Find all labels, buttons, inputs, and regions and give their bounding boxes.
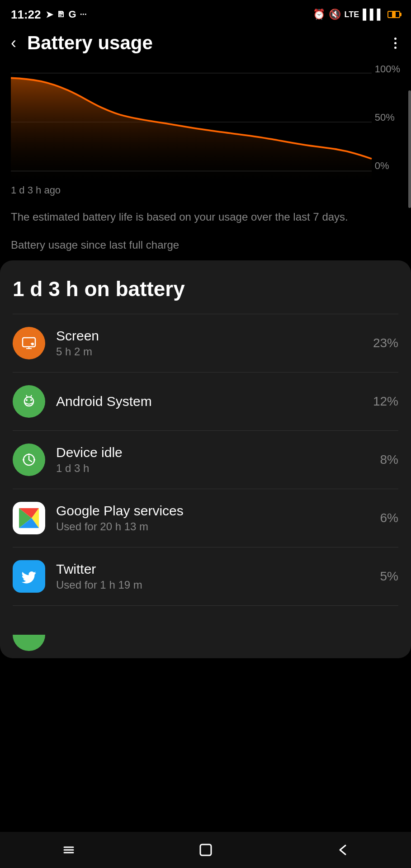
recent-apps-button[interactable] (51, 832, 87, 868)
more-status-icon: ··· (80, 10, 87, 19)
chart-100-label: 100% (375, 63, 400, 75)
status-right: ⏰ 🔇 LTE ▌▌▌ (313, 9, 400, 20)
chart-svg (11, 63, 400, 181)
back-button[interactable]: ‹ (7, 32, 20, 54)
play-services-info: Google Play services Used for 20 h 13 m (56, 503, 369, 533)
navigation-icon: ➤ (46, 9, 53, 20)
android-system-name: Android System (56, 394, 362, 409)
chart-0-label: 0% (375, 160, 400, 172)
play-services-sub: Used for 20 h 13 m (56, 520, 369, 533)
battery-icon (387, 11, 400, 18)
more-button[interactable] (391, 34, 400, 52)
list-item[interactable]: Android System 12% (0, 373, 411, 430)
battery-usage-card: 1 d 3 h on battery Screen 5 h 2 m 23% (0, 260, 411, 658)
svg-point-15 (33, 459, 35, 461)
status-time: 11:22 (11, 8, 41, 22)
svg-rect-3 (23, 338, 35, 347)
svg-line-11 (26, 395, 27, 397)
device-idle-icon (13, 443, 45, 476)
section-header: Battery usage since last full charge (0, 234, 411, 260)
more-dot-1 (394, 38, 397, 40)
list-item[interactable]: Twitter Used for 1 h 19 m 5% (0, 547, 411, 605)
screen-info: Screen 5 h 2 m (56, 328, 362, 358)
info-text: The estimated battery life is based on y… (0, 196, 411, 234)
twitter-name: Twitter (56, 561, 369, 577)
twitter-pct: 5% (380, 569, 398, 584)
battery-chart: 100% 50% 0% (11, 63, 400, 181)
list-item[interactable]: Device idle 1 d 3 h 8% (0, 431, 411, 489)
twitter-info: Twitter Used for 1 h 19 m (56, 561, 369, 591)
device-idle-pct: 8% (380, 453, 398, 467)
screen-name: Screen (56, 328, 362, 344)
status-left: 11:22 ➤ 🖹 G ··· (11, 8, 87, 22)
partial-icon (13, 635, 45, 651)
screen-icon (13, 327, 45, 359)
status-bar: 11:22 ➤ 🖹 G ··· ⏰ 🔇 LTE ▌▌▌ (0, 0, 411, 27)
svg-point-10 (30, 399, 32, 401)
lte-icon: LTE (345, 10, 359, 19)
screen-sub: 5 h 2 m (56, 345, 362, 358)
device-idle-name: Device idle (56, 445, 369, 460)
nav-bar (0, 832, 411, 868)
page-title: Battery usage (27, 32, 153, 54)
list-item[interactable] (0, 606, 411, 658)
nav-spacer (0, 658, 411, 703)
svg-point-9 (26, 399, 28, 401)
alarm-icon: ⏰ (313, 9, 325, 20)
screen-pct: 23% (373, 336, 398, 350)
device-idle-info: Device idle 1 d 3 h (56, 445, 369, 475)
status-icons: ➤ 🖹 G ··· (46, 9, 87, 20)
play-services-pct: 6% (380, 511, 398, 525)
signal-icon: ▌▌▌ (363, 9, 384, 20)
more-dot-2 (394, 42, 397, 44)
header-left: ‹ Battery usage (7, 32, 153, 54)
chart-fill (11, 78, 372, 181)
svg-point-16 (23, 459, 24, 461)
svg-line-12 (31, 395, 32, 397)
twitter-sub: Used for 1 h 19 m (56, 579, 369, 591)
home-button[interactable] (188, 832, 224, 868)
twitter-icon (13, 560, 45, 593)
chart-50-label: 50% (375, 112, 400, 123)
scrollbar[interactable] (408, 90, 411, 208)
card-title: 1 d 3 h on battery (0, 260, 411, 314)
list-item[interactable]: Screen 5 h 2 m 23% (0, 314, 411, 372)
android-system-icon (13, 385, 45, 418)
more-dot-3 (394, 47, 397, 49)
android-system-pct: 12% (373, 394, 398, 409)
chart-labels: 100% 50% 0% (375, 63, 400, 181)
message-icon: 🖹 (57, 10, 65, 19)
list-item[interactable]: Google Play services Used for 20 h 13 m … (0, 489, 411, 547)
android-system-info: Android System (56, 394, 362, 409)
google-icon: G (69, 9, 76, 20)
svg-point-14 (28, 453, 30, 455)
play-services-name: Google Play services (56, 503, 369, 519)
mute-icon: 🔇 (329, 9, 341, 20)
play-services-icon (13, 502, 45, 534)
back-nav-button[interactable] (325, 832, 361, 868)
page-header: ‹ Battery usage (0, 27, 411, 63)
device-idle-sub: 1 d 3 h (56, 462, 369, 475)
svg-rect-25 (200, 844, 211, 855)
chart-time-label: 1 d 3 h ago (0, 184, 411, 196)
